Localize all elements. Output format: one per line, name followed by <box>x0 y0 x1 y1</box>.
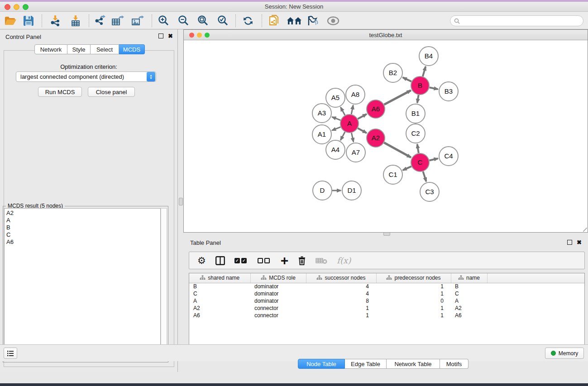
tab-select[interactable]: Select <box>91 44 119 54</box>
graph-edge-A-A2[interactable] <box>358 128 366 133</box>
graph-node-C2[interactable]: C2 <box>406 124 425 143</box>
graph-node-A5[interactable]: A5 <box>326 88 345 107</box>
table-cell[interactable]: connector <box>250 312 306 319</box>
graph-node-D1[interactable]: D1 <box>342 181 361 200</box>
table-cell[interactable]: 1 <box>376 312 451 319</box>
graph-edge-A-A5[interactable] <box>340 107 345 115</box>
search-input[interactable] <box>462 18 583 24</box>
zoom-fit-icon[interactable] <box>196 15 209 27</box>
import-table-icon[interactable] <box>69 15 82 27</box>
graph-node-A8[interactable]: A8 <box>346 85 365 104</box>
table-cell[interactable]: 0 <box>376 297 451 305</box>
graph-edge-A-A3[interactable] <box>332 117 340 120</box>
table-cell[interactable]: 1 <box>376 290 451 297</box>
graph-edge-A-A4[interactable] <box>340 132 345 140</box>
table-cell[interactable]: A6 <box>189 312 250 319</box>
table-cell[interactable]: A <box>451 297 487 305</box>
refresh-layout-icon[interactable] <box>242 15 254 27</box>
delete-table-icon[interactable] <box>316 257 327 264</box>
table-cell[interactable]: A2 <box>451 305 487 312</box>
table-cell[interactable]: C <box>451 290 487 297</box>
select-all-icon[interactable]: ✓✓ <box>234 258 248 263</box>
create-column-icon[interactable]: + <box>281 256 289 266</box>
network-canvas[interactable]: B4B2BB3A8A5A6A3B1AC2A1A2A4A7C4CC1DD1C3 <box>184 41 587 232</box>
table-cell[interactable]: 4 <box>306 290 376 297</box>
graph-edge-B-B1[interactable] <box>417 95 419 103</box>
table-cell[interactable]: C <box>189 290 250 297</box>
graph-node-B2[interactable]: B2 <box>383 63 402 82</box>
graph-node-A4[interactable]: A4 <box>326 140 345 159</box>
memory-button[interactable]: Memory <box>545 348 584 359</box>
graph-node-D[interactable]: D <box>313 181 332 200</box>
graph-node-B4[interactable]: B4 <box>419 47 438 66</box>
tab-mcds[interactable]: MCDS <box>119 44 145 54</box>
table-cell[interactable]: B <box>451 283 487 290</box>
hide-selected-icon[interactable] <box>306 15 319 27</box>
graph-edge-A-A6[interactable] <box>358 114 366 119</box>
graph-node-A1[interactable]: A1 <box>312 125 331 144</box>
mcds-result-scrollbar[interactable] <box>161 208 167 361</box>
table-cell[interactable]: B <box>189 283 250 290</box>
column-header-MCDS-role[interactable]: MCDS role <box>250 273 306 283</box>
zoom-out-icon[interactable] <box>177 15 190 27</box>
zoom-in-icon[interactable] <box>157 15 170 27</box>
graph-node-A6[interactable]: A6 <box>367 100 385 118</box>
float-table-panel-icon[interactable] <box>567 240 572 245</box>
first-neighbors-icon[interactable] <box>286 15 302 27</box>
graph-node-B1[interactable]: B1 <box>406 104 425 123</box>
tab-network-table[interactable]: Network Table <box>387 359 440 369</box>
graph-node-A[interactable]: A <box>340 114 359 133</box>
table-row[interactable]: Adominator80A <box>189 297 584 305</box>
table-cell[interactable]: 1 <box>376 305 451 312</box>
table-cell[interactable]: 8 <box>306 297 376 305</box>
table-cell[interactable]: 1 <box>376 283 451 290</box>
graph-edge-A6-B[interactable] <box>384 91 411 105</box>
graph-node-C4[interactable]: C4 <box>439 147 458 166</box>
table-cell[interactable]: 1 <box>306 312 376 319</box>
export-table-icon[interactable] <box>111 15 124 27</box>
tab-motifs[interactable]: Motifs <box>440 359 468 369</box>
table-row[interactable]: Cdominator41C <box>189 290 584 297</box>
graph-edge-B-B2[interactable] <box>403 77 411 81</box>
column-header-name[interactable]: name <box>451 273 487 283</box>
table-row[interactable]: A2connector11A2 <box>189 305 584 312</box>
import-network-icon[interactable] <box>49 15 62 27</box>
graph-node-B[interactable]: B <box>411 76 429 95</box>
graph-edge-B-B3[interactable] <box>430 87 438 89</box>
tab-style[interactable]: Style <box>67 44 91 54</box>
task-history-button[interactable] <box>4 348 17 359</box>
graph-edge-B-B4[interactable] <box>423 67 425 76</box>
export-network-icon[interactable] <box>93 15 106 27</box>
mcds-result-list[interactable]: A2ABCA6 <box>4 208 161 361</box>
column-header-shared-name[interactable]: shared name <box>189 273 250 283</box>
tab-node-table[interactable]: Node Table <box>298 359 345 369</box>
graph-edge-C-C3[interactable] <box>423 172 426 181</box>
table-cell[interactable]: A6 <box>451 312 487 319</box>
column-header-predecessor-nodes[interactable]: predecessor nodes <box>376 273 451 283</box>
table-cell[interactable]: A2 <box>189 305 250 312</box>
graph-edge-C-C1[interactable] <box>403 167 411 171</box>
table-cell[interactable]: A <box>189 297 250 305</box>
graph-edge-C-C4[interactable] <box>429 158 438 160</box>
table-cell[interactable]: connector <box>250 305 306 312</box>
table-row[interactable]: A6connector11A6 <box>189 312 584 319</box>
graph-node-A3[interactable]: A3 <box>312 104 331 123</box>
table-row[interactable]: Bdominator41B <box>189 283 584 290</box>
graph-edge-A2-C[interactable] <box>384 143 411 157</box>
graph-edge-C-C2[interactable] <box>417 144 419 153</box>
graph-node-A2[interactable]: A2 <box>367 129 385 147</box>
graph-node-C3[interactable]: C3 <box>420 182 439 201</box>
function-builder-icon[interactable]: f(x) <box>337 256 351 265</box>
mcds-result-item[interactable]: A2 <box>6 210 160 217</box>
resize-grip-icon[interactable] <box>583 228 587 232</box>
float-panel-icon[interactable] <box>158 33 163 38</box>
table-cell[interactable]: 4 <box>306 283 376 290</box>
graph-node-B3[interactable]: B3 <box>439 82 458 101</box>
new-network-from-selection-icon[interactable] <box>268 15 281 27</box>
mcds-result-item[interactable]: C <box>6 231 160 238</box>
network-window-titlebar[interactable]: testGlobe.txt <box>184 30 588 40</box>
table-cell[interactable]: dominator <box>250 290 306 297</box>
run-mcds-button[interactable]: Run MCDS <box>38 87 82 97</box>
show-all-icon[interactable] <box>327 15 339 27</box>
vertical-splitter-handle[interactable] <box>179 198 183 205</box>
